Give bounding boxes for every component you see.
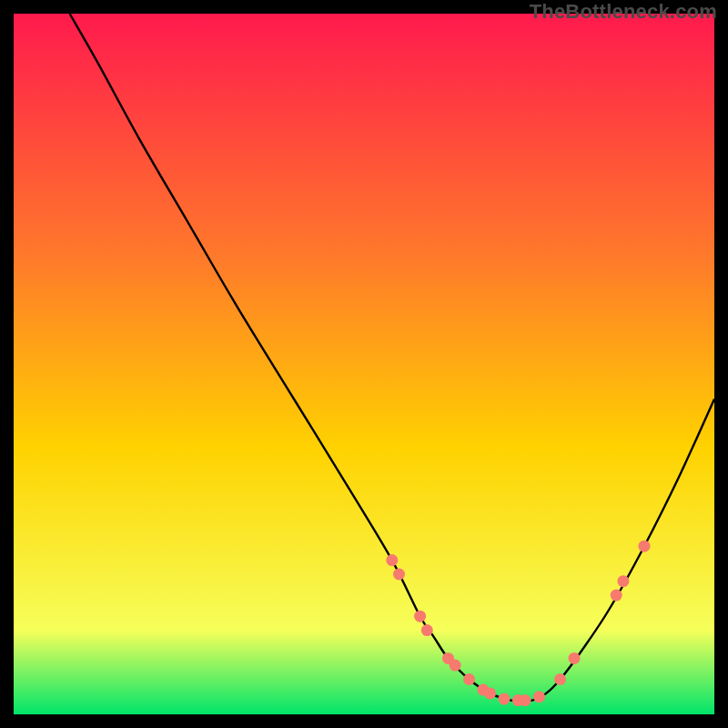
chart-frame	[14, 14, 714, 714]
data-marker	[484, 687, 496, 699]
data-marker	[569, 652, 581, 664]
data-marker	[533, 691, 545, 703]
data-marker	[639, 541, 651, 552]
data-marker	[499, 693, 511, 705]
data-marker	[414, 611, 426, 622]
data-marker	[393, 569, 405, 581]
data-marker	[554, 673, 566, 685]
bottleneck-chart	[14, 14, 714, 714]
data-marker	[463, 673, 475, 685]
data-marker	[450, 660, 461, 672]
attribution-text: TheBottleneck.com	[530, 0, 717, 24]
data-marker	[421, 624, 433, 636]
data-marker	[386, 554, 398, 566]
data-marker	[611, 590, 622, 602]
data-marker	[617, 575, 629, 587]
data-marker	[520, 694, 531, 706]
